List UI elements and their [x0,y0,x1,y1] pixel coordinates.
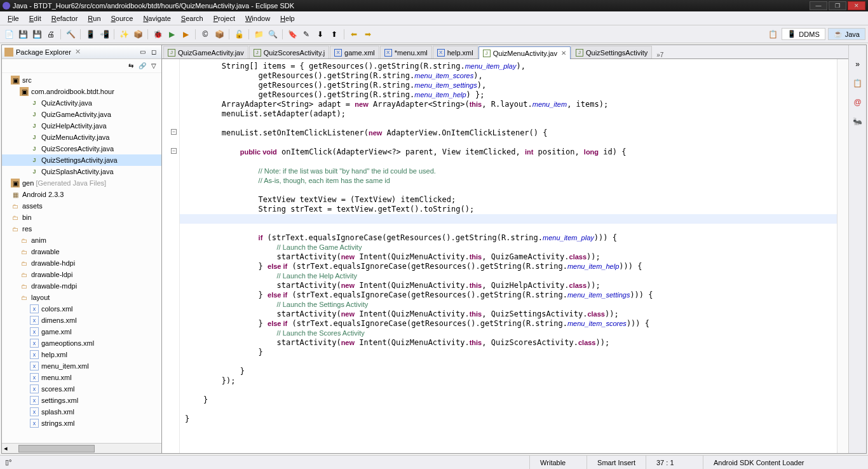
next-annotation-button[interactable]: ⬇ [314,28,327,41]
tree-item[interactable]: xdimens.xml [2,315,161,326]
minimize-button[interactable]: — [810,1,827,10]
run-last-button[interactable]: ▶ [179,28,192,41]
save-button[interactable]: 💾 [17,28,29,41]
tree-item[interactable]: ▦Android 2.3.3 [2,189,161,200]
menu-edit[interactable]: Edit [24,13,46,24]
menu-file[interactable]: File [3,13,24,24]
bookmark-button[interactable]: 🔖 [286,28,299,41]
editor-tab[interactable]: Xgame.xml [330,46,379,58]
new-package2-button[interactable]: 📦 [213,28,226,41]
editor-tab[interactable]: X*menu.xml [380,46,432,58]
tree-item[interactable]: 🗀anim [2,234,161,246]
tree-item[interactable]: 🗀drawable-mdpi [2,280,161,292]
menu-search[interactable]: Search [176,13,208,24]
menu-window[interactable]: Window [240,13,275,24]
search-button[interactable]: 🔍 [266,28,279,41]
tree-item[interactable]: JQuizGameActivity.java [2,109,161,120]
launch-icon[interactable]: ▯° [0,458,25,466]
tree-item[interactable]: JQuizSplashActivity.java [2,166,161,177]
menu-run[interactable]: Run [83,13,105,24]
editor-tab[interactable]: JQuizGameActivity.jav [163,46,248,58]
tree-item[interactable]: xsplash.xml [2,406,161,418]
tree-item[interactable]: 🗀layout [2,292,161,303]
menu-project[interactable]: Project [208,13,240,24]
tree-item[interactable]: xgameoptions.xml [2,337,161,349]
package-explorer-view: Package Explorer ✕ ▭ ◻ ⇆ 🔗 ▽ ▣src▣com.an… [2,45,162,453]
tree-item[interactable]: JQuizMenuActivity.java [2,132,161,143]
tree-item[interactable]: 🗀drawable [2,246,161,257]
editor-tab-bar: JQuizGameActivity.javJQuizScoresActivity… [162,45,848,59]
print-button[interactable]: 🖨 [44,28,57,41]
run-button[interactable]: ▶ [165,28,178,41]
back-button[interactable]: ⬅ [348,28,360,41]
fold-marker[interactable]: − [171,129,177,135]
tree-item[interactable]: xmenu_item.xml [2,360,161,372]
save-all-button[interactable]: 💾 [31,28,43,41]
horizontal-scrollbar[interactable]: ◂ [2,443,161,453]
tree-item[interactable]: xmenu.xml [2,372,161,383]
tree-label: drawable-hdpi [31,259,75,267]
tree-label: QuizGameActivity.java [41,111,111,118]
menu-help[interactable]: Help [275,13,300,24]
tree-item[interactable]: xhelp.xml [2,349,161,360]
tree-item[interactable]: 🗀bin [2,212,161,223]
overview-ruler[interactable] [837,59,848,453]
tree-label: gen [Generated Java Files] [22,179,106,187]
avd-button[interactable]: 📲 [98,28,111,41]
new-wizard-button[interactable]: ✨ [118,28,130,41]
new-package-button[interactable]: 📦 [132,28,144,41]
tree-item[interactable]: 🗀drawable-ldpi [2,269,161,280]
tree-item[interactable]: ▣src [2,74,161,86]
tab-overflow[interactable]: »7 [653,51,667,58]
perspective-java[interactable]: ☕Java [828,28,865,40]
code-editor[interactable]: String[] items = { getResources().getStr… [180,59,837,453]
fold-marker[interactable]: − [171,148,177,154]
tree-item[interactable]: xscores.xml [2,383,161,395]
new-button[interactable]: 📄 [3,28,15,41]
menu-navigate[interactable]: Navigate [138,13,175,24]
tree-item[interactable]: 🗀res [2,223,161,234]
tree-item[interactable]: xgame.xml [2,326,161,337]
maximize-view-button[interactable]: ◻ [149,47,159,57]
open-perspective-button[interactable]: 📋 [766,28,779,41]
editor-tab[interactable]: JQuizMenuActivity.jav✕ [478,46,571,59]
restore-button[interactable]: » [851,58,864,71]
maximize-button[interactable]: ❐ [829,1,846,10]
debug-button[interactable]: 🐞 [151,28,164,41]
close-view-icon[interactable]: ✕ [75,48,81,56]
ant-icon[interactable]: 🐜 [851,115,864,128]
forward-button[interactable]: ➡ [362,28,374,41]
editor-gutter[interactable]: − − [162,59,180,453]
tree-item[interactable]: ▣gen [Generated Java Files] [2,177,161,189]
folder-button[interactable]: 📁 [252,28,265,41]
tree-item[interactable]: xsettings.xml [2,395,161,406]
minimize-view-button[interactable]: ▭ [137,47,147,57]
view-menu-button[interactable]: ▽ [149,61,159,71]
task-button[interactable]: ✎ [300,28,313,41]
tree-item[interactable]: JQuizActivity.java [2,97,161,109]
new-class-button[interactable]: © [199,28,212,41]
tree-item[interactable]: JQuizSettingsActivity.java [2,154,161,166]
task-list-icon[interactable]: @ [851,96,864,109]
editor-tab[interactable]: JQuizSettingsActivity [571,46,652,58]
link-editor-button[interactable]: 🔗 [137,61,147,71]
editor-tab[interactable]: Xhelp.xml [433,46,478,58]
menu-source[interactable]: Source [106,13,139,24]
prev-annotation-button[interactable]: ⬆ [328,28,341,41]
editor-tab[interactable]: JQuizScoresActivity.j [249,46,329,58]
tree-item[interactable]: 🗀drawable-hdpi [2,257,161,269]
tree-item[interactable]: ▣com.androidbook.btdt.hour [2,86,161,97]
perspective-ddms[interactable]: 📱DDMS [782,28,825,40]
open-type-button[interactable]: 🔓 [233,28,245,41]
outline-icon[interactable]: 📋 [851,77,864,90]
tree-item[interactable]: JQuizHelpActivity.java [2,120,161,132]
tree-item[interactable]: xcolors.xml [2,303,161,315]
menu-refactor[interactable]: Refactor [46,13,83,24]
tree-item[interactable]: 🗀assets [2,200,161,212]
collapse-all-button[interactable]: ⇆ [126,61,136,71]
close-button[interactable]: ✕ [848,1,865,10]
android-button[interactable]: 📱 [84,28,97,41]
build-button[interactable]: 🔨 [64,28,77,41]
tree-item[interactable]: JQuizScoresActivity.java [2,143,161,154]
tree-item[interactable]: xstrings.xml [2,418,161,429]
